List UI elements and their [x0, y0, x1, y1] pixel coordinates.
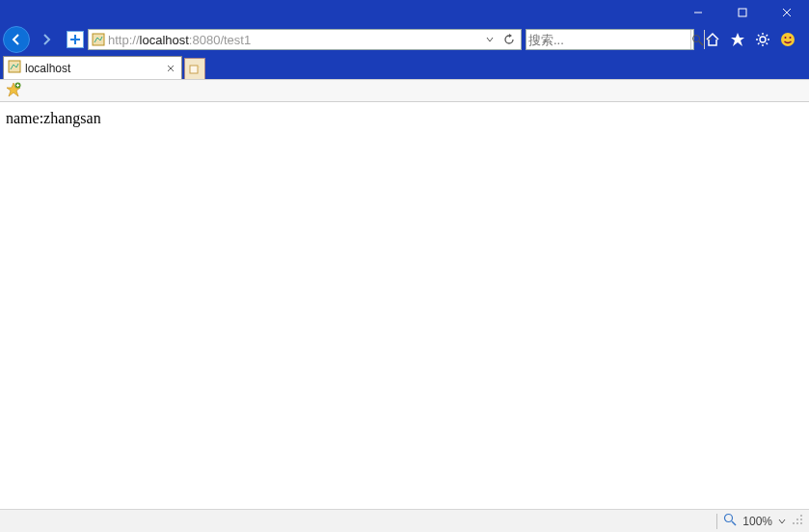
add-favorite-icon[interactable] — [6, 82, 21, 100]
url-prefix: http:// — [108, 33, 140, 47]
refresh-button[interactable] — [499, 30, 519, 49]
new-tab-button[interactable] — [184, 58, 205, 79]
svg-point-34 — [796, 522, 798, 524]
address-bar[interactable]: http://localhost:8080/test1 — [88, 29, 522, 50]
svg-rect-1 — [739, 9, 746, 16]
statusbar-separator — [716, 514, 717, 529]
url-host: localhost — [140, 33, 189, 47]
page-favicon-icon — [91, 32, 106, 47]
url-suffix: :8080/test1 — [189, 33, 251, 47]
svg-line-17 — [767, 35, 769, 37]
tab-favicon-icon — [8, 60, 21, 76]
compat-view-icon[interactable] — [67, 31, 84, 48]
svg-line-14 — [758, 35, 760, 37]
address-url: http://localhost:8080/test1 — [108, 33, 480, 47]
back-button[interactable] — [3, 26, 30, 53]
page-content: name:zhangsan — [0, 102, 809, 505]
resize-grip-icon[interactable] — [792, 514, 803, 528]
window-close-button[interactable] — [765, 0, 809, 25]
window-titlebar — [0, 0, 809, 25]
page-body-text: name:zhangsan — [6, 110, 101, 126]
toolbar-right-icons — [694, 31, 806, 48]
search-input[interactable] — [528, 33, 690, 47]
zoom-icon[interactable] — [723, 513, 737, 529]
favorites-bar — [0, 79, 809, 102]
address-dropdown-button[interactable] — [480, 30, 499, 49]
window-maximize-button[interactable] — [720, 0, 765, 25]
zoom-dropdown-button[interactable] — [778, 515, 786, 528]
svg-point-35 — [793, 522, 795, 524]
forward-button[interactable] — [34, 27, 59, 52]
tab-bar: localhost — [0, 54, 809, 79]
svg-point-19 — [785, 37, 787, 39]
navigation-bar: http://localhost:8080/test1 — [0, 25, 809, 54]
svg-line-15 — [767, 43, 769, 45]
window-minimize-button[interactable] — [676, 0, 720, 25]
feedback-smile-icon[interactable] — [779, 31, 796, 48]
svg-point-28 — [725, 515, 733, 522]
status-bar: 100% — [0, 509, 809, 532]
tab-active[interactable]: localhost — [3, 56, 182, 79]
svg-point-9 — [760, 37, 766, 42]
tab-title: localhost — [25, 62, 160, 75]
zoom-level: 100% — [742, 515, 772, 528]
tab-close-button[interactable] — [164, 62, 177, 75]
svg-point-30 — [800, 515, 802, 517]
svg-line-16 — [758, 43, 760, 45]
svg-point-20 — [790, 37, 792, 39]
svg-rect-21 — [9, 61, 20, 72]
svg-rect-6 — [93, 34, 104, 45]
favorites-star-icon[interactable] — [729, 31, 746, 48]
home-icon[interactable] — [704, 31, 721, 48]
svg-point-18 — [781, 33, 795, 46]
search-bar[interactable] — [526, 29, 694, 50]
svg-rect-24 — [190, 66, 198, 73]
svg-line-29 — [732, 521, 736, 525]
svg-point-33 — [800, 522, 802, 524]
svg-point-31 — [800, 519, 802, 520]
tools-gear-icon[interactable] — [754, 31, 771, 48]
svg-point-32 — [796, 519, 798, 520]
